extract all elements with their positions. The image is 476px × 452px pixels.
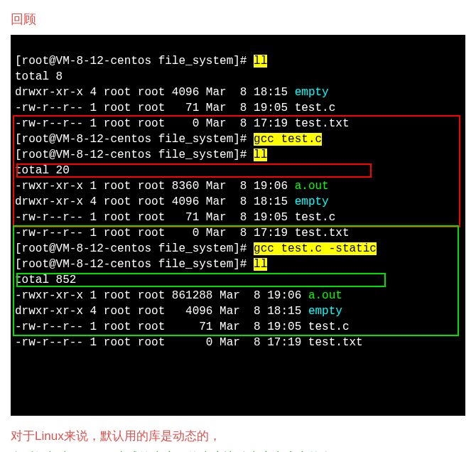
dir-empty: empty bbox=[308, 305, 342, 318]
prompt: [root@VM-8-12-centos file_system]# bbox=[15, 149, 254, 161]
output-line: total 8 bbox=[15, 70, 63, 83]
output-line: -rw-r--r-- 1 root root 71 Mar 8 19:05 te… bbox=[15, 211, 335, 224]
note-static: 在后缀加上-static，生成静态库，静态库比动态库大小大的多； bbox=[11, 447, 465, 452]
output-line: total 20 bbox=[15, 164, 70, 177]
output-line: -rw-r--r-- 1 root root 0 Mar 8 17:19 tes… bbox=[15, 117, 349, 130]
prompt: [root@VM-8-12-centos file_system]# bbox=[15, 242, 254, 255]
cmd-gcc-static: gcc test.c -static bbox=[254, 242, 377, 255]
output-line: total 852 bbox=[15, 274, 76, 286]
terminal-block-1: [root@VM-8-12-centos file_system]# ll to… bbox=[11, 35, 465, 416]
prompt: [root@VM-8-12-centos file_system]# bbox=[15, 258, 254, 271]
output-line: -rw-r--r-- 1 root root 71 Mar 8 19:05 te… bbox=[15, 102, 335, 114]
output-line: -rw-r--r-- 1 root root 71 Mar 8 19:05 te… bbox=[15, 321, 349, 333]
dir-empty: empty bbox=[295, 86, 329, 99]
output-line: -rwxr-xr-x 1 root root 8360 Mar 8 19:06 bbox=[15, 180, 295, 193]
section-title: 回顾 bbox=[11, 11, 465, 28]
highlight-box-red-inner bbox=[16, 163, 372, 178]
note-dynamic: 对于Linux来说，默认用的库是动态的， bbox=[11, 426, 465, 447]
output-line: drwxr-xr-x 4 root root 4096 Mar 8 18:15 bbox=[15, 195, 295, 208]
cmd-ll: ll bbox=[254, 149, 267, 161]
exe-aout: a.out bbox=[308, 289, 342, 302]
cmd-ll: ll bbox=[254, 258, 267, 271]
output-line: -rw-r--r-- 1 root root 0 Mar 8 17:19 tes… bbox=[15, 336, 363, 349]
output-line: -rwxr-xr-x 1 root root 861288 Mar 8 19:0… bbox=[15, 289, 308, 302]
dir-empty: empty bbox=[295, 195, 329, 208]
notes-block: 对于Linux来说，默认用的库是动态的， 在后缀加上-static，生成静态库，… bbox=[11, 426, 465, 452]
prompt: [root@VM-8-12-centos file_system]# bbox=[15, 55, 254, 68]
output-line: drwxr-xr-x 4 root root 4096 Mar 8 18:15 bbox=[15, 86, 295, 99]
exe-aout: a.out bbox=[295, 180, 329, 193]
cmd-ll: ll bbox=[254, 55, 267, 68]
cmd-gcc: gcc test.c bbox=[254, 133, 322, 146]
output-line: drwxr-xr-x 4 root root 4096 Mar 8 18:15 bbox=[15, 305, 308, 318]
prompt: [root@VM-8-12-centos file_system]# bbox=[15, 133, 254, 146]
output-line: -rw-r--r-- 1 root root 0 Mar 8 17:19 tes… bbox=[15, 227, 349, 240]
